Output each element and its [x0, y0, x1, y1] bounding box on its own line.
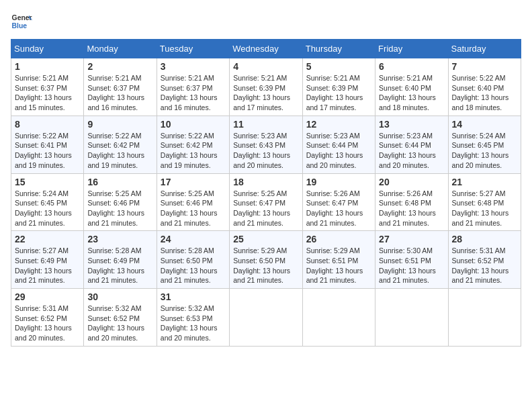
calendar-day-6: 6 Sunrise: 5:21 AM Sunset: 6:40 PM Dayli…: [375, 58, 448, 116]
calendar-day-5: 5 Sunrise: 5:21 AM Sunset: 6:39 PM Dayli…: [302, 58, 375, 116]
sunset-text: Sunset: 6:52 PM: [452, 256, 517, 266]
sunset-text: Sunset: 6:37 PM: [161, 83, 226, 93]
day-number: 13: [379, 119, 444, 130]
day-info: Sunrise: 5:23 AM Sunset: 6:43 PM Dayligh…: [233, 131, 298, 171]
calendar-week-5: 29 Sunrise: 5:31 AM Sunset: 6:52 PM Dayl…: [11, 289, 521, 347]
day-number: 10: [161, 119, 226, 130]
sunset-text: Sunset: 6:46 PM: [161, 198, 226, 208]
sunrise-text: Sunrise: 5:21 AM: [233, 73, 298, 83]
empty-cell: [448, 289, 521, 347]
sunrise-text: Sunrise: 5:29 AM: [233, 246, 298, 256]
sunset-text: Sunset: 6:39 PM: [306, 83, 371, 93]
daylight-text: Daylight: 13 hours and 20 minutes.: [306, 150, 371, 170]
col-header-saturday: Saturday: [448, 40, 521, 58]
logo-icon: General Blue: [11, 11, 32, 32]
page-header: General Blue: [11, 11, 521, 32]
daylight-text: Daylight: 13 hours and 21 minutes.: [161, 208, 226, 228]
sunset-text: Sunset: 6:44 PM: [379, 140, 444, 150]
day-number: 26: [306, 234, 371, 244]
calendar-day-7: 7 Sunrise: 5:22 AM Sunset: 6:40 PM Dayli…: [448, 58, 521, 116]
day-info: Sunrise: 5:22 AM Sunset: 6:41 PM Dayligh…: [15, 131, 80, 171]
day-info: Sunrise: 5:32 AM Sunset: 6:52 PM Dayligh…: [87, 304, 152, 343]
day-number: 15: [15, 177, 80, 187]
col-header-tuesday: Tuesday: [157, 40, 229, 58]
sunrise-text: Sunrise: 5:31 AM: [452, 246, 517, 256]
day-info: Sunrise: 5:21 AM Sunset: 6:39 PM Dayligh…: [233, 73, 298, 113]
day-number: 2: [87, 61, 152, 72]
day-info: Sunrise: 5:21 AM Sunset: 6:39 PM Dayligh…: [306, 73, 371, 113]
sunrise-text: Sunrise: 5:32 AM: [161, 304, 226, 314]
calendar-day-3: 3 Sunrise: 5:21 AM Sunset: 6:37 PM Dayli…: [157, 58, 229, 116]
day-info: Sunrise: 5:21 AM Sunset: 6:40 PM Dayligh…: [379, 73, 444, 113]
sunrise-text: Sunrise: 5:21 AM: [15, 73, 80, 83]
daylight-text: Daylight: 13 hours and 20 minutes.: [379, 150, 444, 170]
sunrise-text: Sunrise: 5:23 AM: [233, 131, 298, 141]
daylight-text: Daylight: 13 hours and 15 minutes.: [15, 93, 80, 112]
day-number: 25: [233, 234, 298, 244]
sunrise-text: Sunrise: 5:28 AM: [87, 246, 152, 256]
day-number: 12: [306, 119, 371, 130]
day-number: 9: [87, 119, 152, 130]
day-info: Sunrise: 5:21 AM Sunset: 6:37 PM Dayligh…: [161, 73, 226, 113]
calendar-week-2: 8 Sunrise: 5:22 AM Sunset: 6:41 PM Dayli…: [11, 116, 521, 173]
day-info: Sunrise: 5:22 AM Sunset: 6:42 PM Dayligh…: [161, 131, 226, 171]
sunset-text: Sunset: 6:40 PM: [379, 83, 444, 93]
sunrise-text: Sunrise: 5:26 AM: [306, 189, 371, 199]
col-header-sunday: Sunday: [11, 40, 84, 58]
calendar-day-2: 2 Sunrise: 5:21 AM Sunset: 6:37 PM Dayli…: [84, 58, 157, 116]
daylight-text: Daylight: 13 hours and 20 minutes.: [452, 150, 517, 170]
day-number: 19: [306, 177, 371, 187]
day-number: 27: [379, 234, 444, 244]
col-header-wednesday: Wednesday: [230, 40, 302, 58]
calendar-day-8: 8 Sunrise: 5:22 AM Sunset: 6:41 PM Dayli…: [11, 116, 84, 173]
sunset-text: Sunset: 6:49 PM: [87, 256, 152, 266]
sunrise-text: Sunrise: 5:25 AM: [161, 189, 226, 199]
sunrise-text: Sunrise: 5:21 AM: [379, 73, 444, 83]
sunset-text: Sunset: 6:43 PM: [233, 140, 298, 150]
sunset-text: Sunset: 6:52 PM: [15, 314, 80, 324]
daylight-text: Daylight: 13 hours and 21 minutes.: [87, 266, 152, 285]
day-info: Sunrise: 5:29 AM Sunset: 6:50 PM Dayligh…: [233, 246, 298, 285]
sunset-text: Sunset: 6:50 PM: [161, 256, 226, 266]
day-info: Sunrise: 5:27 AM Sunset: 6:49 PM Dayligh…: [15, 246, 80, 285]
daylight-text: Daylight: 13 hours and 21 minutes.: [306, 208, 371, 228]
sunrise-text: Sunrise: 5:21 AM: [306, 73, 371, 83]
day-number: 14: [452, 119, 517, 130]
calendar-day-23: 23 Sunrise: 5:28 AM Sunset: 6:49 PM Dayl…: [84, 231, 157, 289]
sunrise-text: Sunrise: 5:22 AM: [87, 131, 152, 141]
daylight-text: Daylight: 13 hours and 20 minutes.: [161, 323, 226, 342]
calendar-day-19: 19 Sunrise: 5:26 AM Sunset: 6:47 PM Dayl…: [302, 173, 375, 231]
day-number: 18: [233, 177, 298, 187]
day-info: Sunrise: 5:26 AM Sunset: 6:47 PM Dayligh…: [306, 189, 371, 228]
sunrise-text: Sunrise: 5:22 AM: [161, 131, 226, 141]
day-info: Sunrise: 5:28 AM Sunset: 6:50 PM Dayligh…: [161, 246, 226, 285]
sunrise-text: Sunrise: 5:23 AM: [379, 131, 444, 141]
sunrise-text: Sunrise: 5:23 AM: [306, 131, 371, 141]
calendar-day-24: 24 Sunrise: 5:28 AM Sunset: 6:50 PM Dayl…: [157, 231, 229, 289]
sunset-text: Sunset: 6:40 PM: [452, 83, 517, 93]
day-info: Sunrise: 5:31 AM Sunset: 6:52 PM Dayligh…: [452, 246, 517, 285]
sunset-text: Sunset: 6:46 PM: [87, 198, 152, 208]
day-number: 4: [233, 61, 298, 72]
calendar-week-4: 22 Sunrise: 5:27 AM Sunset: 6:49 PM Dayl…: [11, 231, 521, 289]
calendar-day-26: 26 Sunrise: 5:29 AM Sunset: 6:51 PM Dayl…: [302, 231, 375, 289]
day-info: Sunrise: 5:29 AM Sunset: 6:51 PM Dayligh…: [306, 246, 371, 285]
calendar-day-15: 15 Sunrise: 5:24 AM Sunset: 6:45 PM Dayl…: [11, 173, 84, 231]
daylight-text: Daylight: 13 hours and 18 minutes.: [379, 93, 444, 112]
day-info: Sunrise: 5:21 AM Sunset: 6:37 PM Dayligh…: [15, 73, 80, 113]
calendar-day-27: 27 Sunrise: 5:30 AM Sunset: 6:51 PM Dayl…: [375, 231, 448, 289]
calendar-day-22: 22 Sunrise: 5:27 AM Sunset: 6:49 PM Dayl…: [11, 231, 84, 289]
calendar-day-10: 10 Sunrise: 5:22 AM Sunset: 6:42 PM Dayl…: [157, 116, 229, 173]
day-info: Sunrise: 5:32 AM Sunset: 6:53 PM Dayligh…: [161, 304, 226, 343]
sunset-text: Sunset: 6:49 PM: [15, 256, 80, 266]
empty-cell: [375, 289, 448, 347]
sunrise-text: Sunrise: 5:28 AM: [161, 246, 226, 256]
logo: General Blue: [11, 11, 32, 32]
day-number: 11: [233, 119, 298, 130]
day-info: Sunrise: 5:25 AM Sunset: 6:46 PM Dayligh…: [87, 189, 152, 228]
day-number: 17: [161, 177, 226, 187]
day-number: 24: [161, 234, 226, 244]
day-number: 20: [379, 177, 444, 187]
sunrise-text: Sunrise: 5:31 AM: [15, 304, 80, 314]
calendar-day-13: 13 Sunrise: 5:23 AM Sunset: 6:44 PM Dayl…: [375, 116, 448, 173]
